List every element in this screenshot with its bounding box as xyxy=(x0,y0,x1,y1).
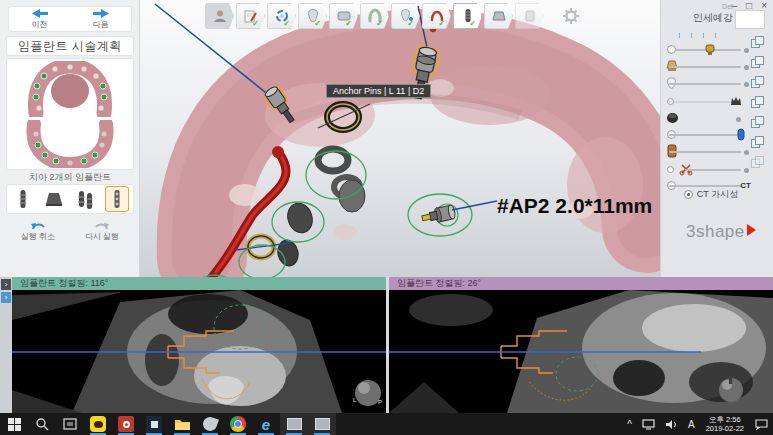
copy-layer-icon[interactable] xyxy=(751,116,765,129)
layer-copy-column xyxy=(751,36,765,169)
smile-box-button[interactable]: ✓ xyxy=(329,3,358,29)
ct-visibility-radio[interactable] xyxy=(684,190,693,199)
taskbar-file-explorer[interactable] xyxy=(168,413,196,435)
implant-type-row xyxy=(6,184,134,214)
check-icon: ✓ xyxy=(469,20,476,28)
taskbar-search-button[interactable] xyxy=(28,413,56,435)
slider-track xyxy=(669,151,741,153)
task-view-icon xyxy=(63,418,77,430)
dental-arch-button[interactable]: ✓ xyxy=(360,3,389,29)
expand-panel-button-2[interactable]: › xyxy=(1,292,11,303)
tooth-opacity-slider[interactable] xyxy=(667,78,749,90)
patient-name: 인세예강 xyxy=(693,11,733,25)
previous-step-label: 이전 xyxy=(32,19,48,30)
redo-button[interactable]: 다시 실행 xyxy=(70,218,134,244)
tooth-scan-button[interactable]: ✓ xyxy=(298,3,327,29)
check-icon: ✓ xyxy=(376,20,383,28)
taskbar-app-photos[interactable] xyxy=(140,413,168,435)
slider-track xyxy=(685,169,741,171)
anchor-pin-3-labeled[interactable] xyxy=(408,194,497,236)
slider-end-dot xyxy=(744,65,749,70)
left-sidebar: 이전 다음 임플란트 시술계획 치아 2개의 임플란트 xyxy=(0,0,140,277)
notification-center-button[interactable] xyxy=(750,418,773,430)
implant-type-anchor-pin-selected[interactable] xyxy=(105,186,129,212)
check-icon: ✓ xyxy=(345,20,352,28)
taskbar-app-red[interactable] xyxy=(112,413,140,435)
radio-knob[interactable] xyxy=(667,166,674,173)
lower-jaw-image[interactable] xyxy=(20,120,120,168)
ct-visibility-label: CT 가시성 xyxy=(697,188,738,201)
taskbar-open-window-2[interactable] xyxy=(308,413,336,435)
tray-expand-button[interactable]: ^ xyxy=(622,419,637,430)
copy-layer-icon[interactable] xyxy=(751,136,765,149)
arrow-right-icon xyxy=(93,9,109,18)
scan-alignment-button[interactable]: ✓ xyxy=(267,3,296,29)
ct-right-header[interactable]: 임플란트 정렬됨: 26° xyxy=(389,277,773,290)
sleeve-opacity-slider[interactable] xyxy=(667,146,749,158)
copy-layer-icon-disabled[interactable] xyxy=(751,156,765,169)
patient-photo-button[interactable] xyxy=(205,3,234,29)
dark-implant-row[interactable] xyxy=(667,113,749,125)
implant-type-screw[interactable] xyxy=(11,186,35,212)
crown-visibility-row[interactable] xyxy=(667,96,749,108)
undo-redo-row: 실행 취소 다시 실행 xyxy=(6,218,134,244)
app-window-icon xyxy=(315,418,330,430)
taskbar-app-dental[interactable] xyxy=(196,413,224,435)
implant-studio-window: Anchor Pins | L 11 | D2 #AP2 2.0*11mm ✓ … xyxy=(0,0,773,435)
tray-display-icon[interactable] xyxy=(637,419,660,430)
next-step-button[interactable]: 다음 xyxy=(70,7,131,31)
ct-cross-section-right[interactable]: 임플란트 정렬됨: 26° xyxy=(389,277,773,413)
implant-type-double[interactable] xyxy=(74,186,98,212)
3d-viewport[interactable]: Anchor Pins | L 11 | D2 #AP2 2.0*11mm xyxy=(140,0,660,277)
tray-ime-indicator[interactable]: A xyxy=(683,419,700,430)
implant-type-abutment[interactable] xyxy=(42,186,66,212)
implant-count-caption: 치아 2개의 임플란트 xyxy=(6,171,134,184)
tray-volume-icon[interactable] xyxy=(660,419,683,430)
taskbar-app-chrome[interactable] xyxy=(224,413,252,435)
kakaotalk-icon xyxy=(90,416,106,432)
task-view-button[interactable] xyxy=(56,413,84,435)
undo-button[interactable]: 실행 취소 xyxy=(6,218,70,244)
jaw-overview[interactable] xyxy=(6,58,134,170)
folder-icon xyxy=(174,417,191,431)
patient-photo-icon xyxy=(212,8,228,24)
blue-implant-opacity-slider[interactable] xyxy=(667,129,749,141)
expand-panel-button-1[interactable]: › xyxy=(1,279,11,290)
order-form-button[interactable]: ✓ xyxy=(236,3,265,29)
copy-layer-icon[interactable] xyxy=(751,56,765,69)
upper-jaw-image[interactable] xyxy=(22,61,118,117)
ct-left-image[interactable]: L P xyxy=(12,290,386,413)
abutment-button[interactable] xyxy=(484,3,513,29)
anchor-pin-opacity-slider[interactable] xyxy=(667,44,749,56)
settings-button[interactable] xyxy=(556,3,585,29)
ct-left-header[interactable]: 임플란트 정렬됨: 116° xyxy=(12,277,386,290)
slider-end-dot xyxy=(744,150,749,155)
taskbar-clock[interactable]: 오후 2:56 2019-02-22 xyxy=(700,415,750,434)
chrome-icon xyxy=(230,416,246,432)
thumbnail-box[interactable] xyxy=(735,10,765,29)
clock-date: 2019-02-22 xyxy=(706,424,744,433)
abutment-opacity-slider[interactable] xyxy=(667,61,749,73)
cut-opacity-slider[interactable] xyxy=(667,164,749,176)
nerve-marking-button[interactable]: ✓ xyxy=(422,3,451,29)
ct-visibility-toggle[interactable]: CT 가시성 xyxy=(661,188,761,201)
abutment-icon xyxy=(491,9,507,23)
ct-cross-section-left[interactable]: 임플란트 정렬됨: 116° xyxy=(12,277,386,413)
taskbar-open-window-1[interactable] xyxy=(280,413,308,435)
start-button[interactable] xyxy=(0,413,28,435)
redo-label: 다시 실행 xyxy=(85,231,119,242)
copy-layer-icon[interactable] xyxy=(751,36,765,49)
previous-step-button[interactable]: 이전 xyxy=(9,7,70,31)
copy-layer-icon[interactable] xyxy=(751,96,765,109)
red-app-icon xyxy=(118,416,134,432)
sleeve-button[interactable] xyxy=(515,3,544,29)
slider-knob[interactable] xyxy=(667,45,676,54)
workflow-toolbar: ✓ ✓ ✓ ✓ ✓ ✓ ✓ ✓ xyxy=(205,2,585,30)
orientation-p-label: P xyxy=(378,399,382,405)
implant-planning-button-selected[interactable]: ✓ xyxy=(453,3,482,29)
taskbar-app-internet-explorer[interactable]: e xyxy=(252,413,280,435)
taskbar-app-kakaotalk[interactable] xyxy=(84,413,112,435)
copy-layer-icon[interactable] xyxy=(751,76,765,89)
crown-add-button[interactable]: ✓ xyxy=(391,3,420,29)
ct-right-image[interactable] xyxy=(389,290,773,413)
